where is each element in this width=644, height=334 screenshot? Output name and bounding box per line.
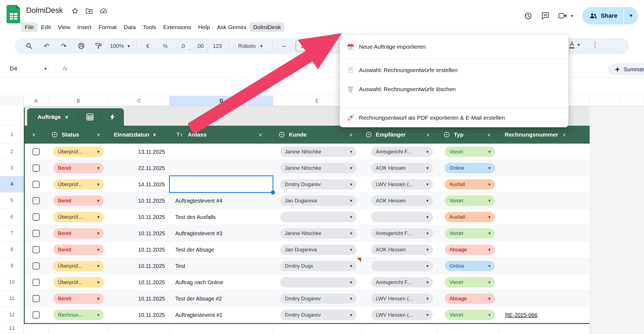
kunde-dropdown-chip[interactable]: ▼ <box>280 212 357 222</box>
typ-chip[interactable]: Absage▼ <box>445 245 495 255</box>
kunde-dropdown-chip[interactable]: Dmitry Dugarev▼ <box>280 179 357 190</box>
table-tab[interactable]: Aufträge∨ <box>27 108 124 126</box>
move-folder-icon[interactable] <box>85 7 93 15</box>
undo-icon[interactable]: ↶ <box>40 43 52 50</box>
table-bolt-icon[interactable] <box>101 108 124 126</box>
row-header-13[interactable]: 13 <box>0 323 24 334</box>
summarise-button[interactable]: Summarise <box>608 63 644 75</box>
row-header-9[interactable]: 9 <box>0 258 24 274</box>
font-selector[interactable]: Roboto▼ <box>235 43 267 49</box>
text-color-button[interactable]: A▼ <box>569 41 581 48</box>
empfaenger-dropdown-chip[interactable]: Amtsgericht F...▼ <box>371 147 433 157</box>
status-chip[interactable]: Bereit▼ <box>53 293 104 304</box>
share-button[interactable]: Share ▼ <box>582 7 638 24</box>
status-chip[interactable]: Bereit▼ <box>53 196 104 206</box>
cell-einsatzdatum[interactable]: 10.11.2025 <box>109 242 165 258</box>
increase-decimals-button[interactable]: .00→ <box>194 43 206 49</box>
menu-edit[interactable]: Edit <box>37 22 54 32</box>
invoice-number-link[interactable]: RE-2025-066 <box>505 307 537 323</box>
row-checkbox[interactable] <box>33 246 40 253</box>
column-header-kunde[interactable]: Kunde <box>279 126 307 144</box>
table-grid-icon[interactable] <box>79 108 101 126</box>
column-header-einsatzdatum[interactable]: Einsatzdatun∨ <box>114 126 157 144</box>
menu-view[interactable]: View <box>54 22 74 32</box>
cell-anlass[interactable]: Auftragtestevent #1 <box>175 307 292 323</box>
menu-item-import-orders[interactable]: 17 Neue Aufträge importieren <box>340 35 568 59</box>
row-checkbox[interactable] <box>33 311 40 318</box>
row-checkbox[interactable] <box>33 295 40 302</box>
typ-chip[interactable]: Vorort▼ <box>445 196 495 206</box>
menu-dolmidesk[interactable]: DolmiDesk <box>250 22 285 32</box>
column-header-typ[interactable]: Typ <box>443 126 464 144</box>
kunde-dropdown-chip[interactable]: Jan Dugareva▼ <box>280 245 357 255</box>
column-header-A[interactable]: A <box>24 96 48 106</box>
empty-row-13[interactable] <box>24 324 590 334</box>
comments-icon[interactable] <box>541 11 550 20</box>
currency-format-button[interactable]: € <box>142 43 154 49</box>
cell-anlass[interactable]: Test des Ausfalls <box>175 209 292 225</box>
percent-format-button[interactable]: % <box>159 43 171 49</box>
cell-anlass[interactable]: Test <box>175 258 292 274</box>
row-checkbox[interactable] <box>33 197 40 204</box>
typ-chip[interactable]: Vorort▼ <box>445 228 495 239</box>
empfaenger-dropdown-chip[interactable]: Amtsgericht F...▼ <box>371 228 433 239</box>
share-dropdown[interactable]: ▼ <box>624 13 638 18</box>
row-header-5[interactable]: 5 <box>0 193 24 209</box>
menu-help[interactable]: Help <box>195 22 213 32</box>
empfaenger-dropdown-chip[interactable]: ▼ <box>371 261 433 271</box>
name-box-dropdown-icon[interactable]: ▼ <box>43 66 48 71</box>
row-checkbox[interactable] <box>33 230 40 237</box>
menu-item-export-pdf-email[interactable]: Rechnungsentwurf als PDF exportieren & E… <box>340 108 568 127</box>
column-filter-anlass[interactable]: ∨ <box>259 126 262 144</box>
cell-anlass[interactable]: Auftragtestevent #4 <box>175 193 292 209</box>
cloud-saved-icon[interactable] <box>99 7 108 15</box>
row-header-2[interactable]: 2 <box>0 144 24 160</box>
status-chip[interactable]: Bereit▼ <box>53 245 104 255</box>
zoom-control[interactable]: 100%▼ <box>110 43 131 49</box>
kunde-dropdown-chip[interactable]: Janine Nitschke▼ <box>280 147 357 157</box>
row-checkbox[interactable] <box>33 279 40 286</box>
search-icon[interactable] <box>23 42 35 50</box>
empfaenger-dropdown-chip[interactable]: Amtsgericht F...▼ <box>371 277 433 287</box>
row-checkbox[interactable] <box>33 148 40 155</box>
font-size-input[interactable]: 10 <box>296 41 311 51</box>
status-chip[interactable]: Überprüf...▼ <box>53 147 104 157</box>
status-chip[interactable]: Überprüf...▼ <box>53 261 104 271</box>
fill-handle[interactable] <box>271 190 275 194</box>
row-checkbox[interactable] <box>33 165 40 172</box>
typ-chip[interactable]: Vorort▼ <box>445 310 495 320</box>
print-icon[interactable] <box>75 42 87 50</box>
status-chip[interactable]: Rechnun...▼ <box>53 310 104 320</box>
row-header-11[interactable]: 11 <box>0 290 24 307</box>
status-chip[interactable]: Bereit▼ <box>53 228 104 239</box>
column-filter-status[interactable]: ∨ <box>97 126 100 144</box>
row-checkbox[interactable] <box>33 262 40 270</box>
table-name[interactable]: Aufträge <box>37 114 61 120</box>
kunde-dropdown-chip[interactable]: Janine Nitschke▼ <box>280 228 357 239</box>
kunde-dropdown-chip[interactable]: Janine Nitschke▼ <box>280 163 357 173</box>
cell-einsatzdatum[interactable]: 14.11.2025 <box>109 176 165 193</box>
menu-file[interactable]: File <box>21 22 37 32</box>
column-filter-empfaenger[interactable]: ∨ <box>426 126 430 144</box>
row-header-10[interactable]: 10 <box>0 274 24 290</box>
cell-einsatzdatum[interactable]: 13.11.2025 <box>109 144 165 160</box>
empfaenger-dropdown-chip[interactable]: AOK Hessen▼ <box>371 245 433 255</box>
column-header-C[interactable]: C <box>109 96 170 106</box>
select-all-corner[interactable] <box>0 96 24 106</box>
cell-einsatzdatum[interactable]: 10.11.2025 <box>109 307 165 323</box>
cell-einsatzdatum[interactable]: 10.11.2025 <box>109 225 165 242</box>
typ-chip[interactable]: Absage▼ <box>445 293 495 304</box>
chevron-down-icon[interactable]: ▼ <box>570 14 574 18</box>
row-header-blank[interactable] <box>0 106 24 126</box>
typ-chip[interactable]: Online▼ <box>445 163 495 173</box>
menu-extensions[interactable]: Extensions <box>160 22 195 32</box>
status-chip[interactable]: Überprüf...▼ <box>53 277 104 287</box>
menu-data[interactable]: Data <box>120 22 139 32</box>
row-header-12[interactable]: 12 <box>0 307 24 323</box>
row-header-1[interactable]: 1 <box>0 126 24 144</box>
menu-tools[interactable]: Tools <box>139 22 160 32</box>
empfaenger-dropdown-chip[interactable]: LWV Hessen (...▼ <box>371 310 433 320</box>
empfaenger-dropdown-chip[interactable]: AOK Hessen▼ <box>371 163 433 173</box>
typ-chip[interactable]: Vorort▼ <box>445 277 495 287</box>
typ-chip[interactable]: Online▼ <box>445 261 495 271</box>
